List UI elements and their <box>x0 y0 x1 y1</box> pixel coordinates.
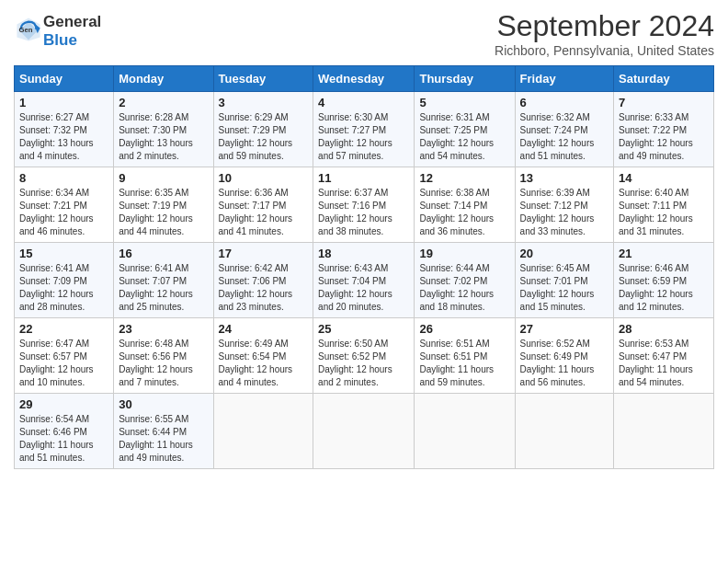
day-detail: Sunrise: 6:38 AM Sunset: 7:14 PM Dayligh… <box>419 187 509 238</box>
day-detail: Sunrise: 6:41 AM Sunset: 7:09 PM Dayligh… <box>19 262 108 314</box>
calendar-cell: 10 Sunrise: 6:36 AM Sunset: 7:17 PM Dayl… <box>213 167 313 243</box>
calendar-cell: 24 Sunrise: 6:49 AM Sunset: 6:54 PM Dayl… <box>213 318 313 394</box>
calendar-cell: 3 Sunrise: 6:29 AM Sunset: 7:29 PM Dayli… <box>213 92 313 167</box>
day-detail: Sunrise: 6:29 AM Sunset: 7:29 PM Dayligh… <box>219 111 309 163</box>
day-number: 19 <box>419 247 509 260</box>
day-detail: Sunrise: 6:50 AM Sunset: 6:52 PM Dayligh… <box>318 338 409 389</box>
calendar-cell: 14 Sunrise: 6:40 AM Sunset: 7:11 PM Dayl… <box>614 167 714 243</box>
day-detail: Sunrise: 6:49 AM Sunset: 6:54 PM Dayligh… <box>219 338 309 389</box>
calendar-cell: 17 Sunrise: 6:42 AM Sunset: 7:06 PM Dayl… <box>213 243 313 318</box>
location-subtitle: Richboro, Pennsylvania, United States <box>495 43 714 58</box>
day-number: 16 <box>119 247 208 260</box>
day-detail: Sunrise: 6:30 AM Sunset: 7:27 PM Dayligh… <box>318 111 409 163</box>
day-number: 8 <box>19 171 108 185</box>
day-detail: Sunrise: 6:46 AM Sunset: 6:59 PM Dayligh… <box>619 262 709 314</box>
day-detail: Sunrise: 6:32 AM Sunset: 7:24 PM Dayligh… <box>520 111 609 163</box>
calendar-cell <box>415 394 515 469</box>
calendar-cell: 6 Sunrise: 6:32 AM Sunset: 7:24 PM Dayli… <box>515 92 613 167</box>
day-number: 5 <box>419 96 509 109</box>
day-number: 17 <box>219 247 309 260</box>
calendar-cell: 2 Sunrise: 6:28 AM Sunset: 7:30 PM Dayli… <box>114 92 213 167</box>
day-detail: Sunrise: 6:33 AM Sunset: 7:22 PM Dayligh… <box>619 111 709 163</box>
day-number: 18 <box>318 247 409 260</box>
day-number: 15 <box>19 247 108 260</box>
calendar-cell: 12 Sunrise: 6:38 AM Sunset: 7:14 PM Dayl… <box>415 167 515 243</box>
day-detail: Sunrise: 6:47 AM Sunset: 6:57 PM Dayligh… <box>19 338 108 389</box>
calendar-cell: 23 Sunrise: 6:48 AM Sunset: 6:56 PM Dayl… <box>114 318 213 394</box>
day-number: 22 <box>19 322 108 336</box>
calendar-cell: 4 Sunrise: 6:30 AM Sunset: 7:27 PM Dayli… <box>313 92 415 167</box>
day-number: 29 <box>19 397 108 411</box>
day-number: 20 <box>520 247 609 260</box>
day-of-week-header: Wednesday <box>313 66 415 92</box>
day-number: 14 <box>619 171 709 185</box>
logo-blue: Blue <box>43 31 101 50</box>
day-number: 13 <box>520 171 609 185</box>
calendar-cell: 29 Sunrise: 6:54 AM Sunset: 6:46 PM Dayl… <box>15 394 114 469</box>
day-of-week-header: Sunday <box>15 66 114 92</box>
calendar-cell: 13 Sunrise: 6:39 AM Sunset: 7:12 PM Dayl… <box>515 167 613 243</box>
calendar-cell: 25 Sunrise: 6:50 AM Sunset: 6:52 PM Dayl… <box>313 318 415 394</box>
calendar-cell: 1 Sunrise: 6:27 AM Sunset: 7:32 PM Dayli… <box>15 92 114 167</box>
day-number: 27 <box>520 322 609 336</box>
calendar-week-row: 22 Sunrise: 6:47 AM Sunset: 6:57 PM Dayl… <box>15 318 714 394</box>
calendar-cell: 18 Sunrise: 6:43 AM Sunset: 7:04 PM Dayl… <box>313 243 415 318</box>
day-number: 25 <box>318 322 409 336</box>
calendar-cell: 20 Sunrise: 6:45 AM Sunset: 7:01 PM Dayl… <box>515 243 613 318</box>
day-detail: Sunrise: 6:52 AM Sunset: 6:49 PM Dayligh… <box>520 338 609 389</box>
calendar-cell: 26 Sunrise: 6:51 AM Sunset: 6:51 PM Dayl… <box>415 318 515 394</box>
calendar-week-row: 8 Sunrise: 6:34 AM Sunset: 7:21 PM Dayli… <box>15 167 714 243</box>
calendar-week-row: 29 Sunrise: 6:54 AM Sunset: 6:46 PM Dayl… <box>15 394 714 469</box>
day-number: 7 <box>619 96 709 109</box>
day-detail: Sunrise: 6:40 AM Sunset: 7:11 PM Dayligh… <box>619 187 709 238</box>
day-detail: Sunrise: 6:37 AM Sunset: 7:16 PM Dayligh… <box>318 187 409 238</box>
page: Gen General Blue September 2024 Richboro… <box>0 0 728 563</box>
day-of-week-header: Friday <box>515 66 613 92</box>
title-block: September 2024 Richboro, Pennsylvania, U… <box>495 9 714 58</box>
svg-text:Gen: Gen <box>19 25 33 33</box>
day-number: 11 <box>318 171 409 185</box>
month-title: September 2024 <box>495 9 714 43</box>
day-number: 23 <box>119 322 208 336</box>
calendar-cell: 16 Sunrise: 6:41 AM Sunset: 7:07 PM Dayl… <box>114 243 213 318</box>
calendar-cell <box>213 394 313 469</box>
calendar-cell: 27 Sunrise: 6:52 AM Sunset: 6:49 PM Dayl… <box>515 318 613 394</box>
day-detail: Sunrise: 6:55 AM Sunset: 6:44 PM Dayligh… <box>119 413 208 465</box>
calendar-cell: 30 Sunrise: 6:55 AM Sunset: 6:44 PM Dayl… <box>114 394 213 469</box>
calendar-cell: 7 Sunrise: 6:33 AM Sunset: 7:22 PM Dayli… <box>614 92 714 167</box>
day-of-week-header: Monday <box>114 66 213 92</box>
day-number: 2 <box>119 96 208 109</box>
day-number: 26 <box>419 322 509 336</box>
calendar-header-row: SundayMondayTuesdayWednesdayThursdayFrid… <box>15 66 714 92</box>
day-number: 24 <box>219 322 309 336</box>
day-detail: Sunrise: 6:27 AM Sunset: 7:32 PM Dayligh… <box>19 111 108 163</box>
day-detail: Sunrise: 6:53 AM Sunset: 6:47 PM Dayligh… <box>619 338 709 389</box>
header: Gen General Blue September 2024 Richboro… <box>14 9 714 58</box>
day-detail: Sunrise: 6:54 AM Sunset: 6:46 PM Dayligh… <box>19 413 108 465</box>
calendar-week-row: 1 Sunrise: 6:27 AM Sunset: 7:32 PM Dayli… <box>15 92 714 167</box>
calendar-cell: 11 Sunrise: 6:37 AM Sunset: 7:16 PM Dayl… <box>313 167 415 243</box>
day-of-week-header: Thursday <box>415 66 515 92</box>
calendar-cell <box>614 394 714 469</box>
day-number: 3 <box>219 96 309 109</box>
day-detail: Sunrise: 6:45 AM Sunset: 7:01 PM Dayligh… <box>520 262 609 314</box>
calendar-cell: 9 Sunrise: 6:35 AM Sunset: 7:19 PM Dayli… <box>114 167 213 243</box>
day-number: 1 <box>19 96 108 109</box>
logo: Gen General Blue <box>14 13 101 49</box>
calendar-cell: 22 Sunrise: 6:47 AM Sunset: 6:57 PM Dayl… <box>15 318 114 394</box>
day-detail: Sunrise: 6:42 AM Sunset: 7:06 PM Dayligh… <box>219 262 309 314</box>
day-of-week-header: Tuesday <box>213 66 313 92</box>
day-detail: Sunrise: 6:28 AM Sunset: 7:30 PM Dayligh… <box>119 111 208 163</box>
day-number: 12 <box>419 171 509 185</box>
day-detail: Sunrise: 6:48 AM Sunset: 6:56 PM Dayligh… <box>119 338 208 389</box>
day-number: 10 <box>219 171 309 185</box>
calendar-cell: 21 Sunrise: 6:46 AM Sunset: 6:59 PM Dayl… <box>614 243 714 318</box>
day-detail: Sunrise: 6:31 AM Sunset: 7:25 PM Dayligh… <box>419 111 509 163</box>
calendar-cell <box>515 394 613 469</box>
logo-general: General <box>43 13 101 31</box>
day-number: 9 <box>119 171 208 185</box>
calendar-table: SundayMondayTuesdayWednesdayThursdayFrid… <box>14 65 714 469</box>
calendar-cell: 19 Sunrise: 6:44 AM Sunset: 7:02 PM Dayl… <box>415 243 515 318</box>
day-detail: Sunrise: 6:36 AM Sunset: 7:17 PM Dayligh… <box>219 187 309 238</box>
day-detail: Sunrise: 6:41 AM Sunset: 7:07 PM Dayligh… <box>119 262 208 314</box>
